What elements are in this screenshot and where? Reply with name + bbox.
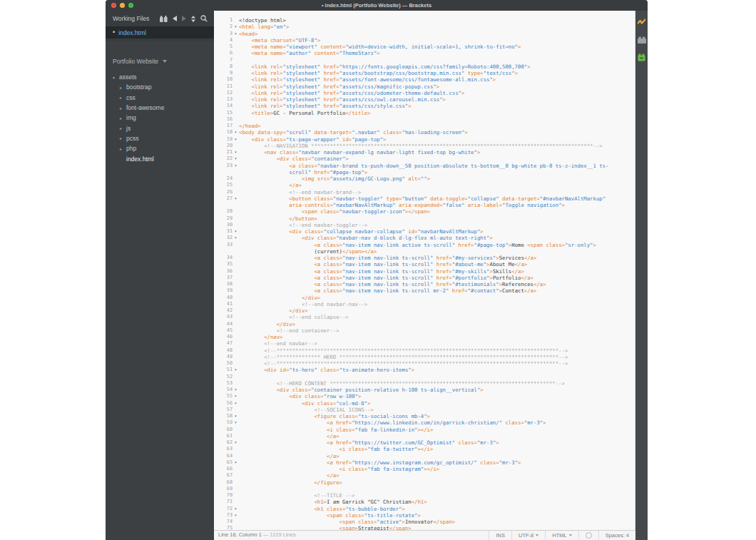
code-line[interactable]: 30 <!--end navbar-toggler--> bbox=[214, 222, 635, 228]
code-line[interactable]: 9 <link rel="stylesheet" href="assets/bo… bbox=[214, 70, 635, 76]
fold-arrow-icon[interactable]: ▾ bbox=[233, 24, 239, 30]
split-view-icon[interactable] bbox=[160, 16, 168, 22]
language-selector[interactable]: HTML bbox=[545, 531, 578, 540]
code-line[interactable]: 47 <!--end navbar--> bbox=[214, 340, 635, 347]
code-line[interactable]: 31▾ <div class="collapse navbar-collapse… bbox=[214, 228, 635, 235]
search-icon[interactable] bbox=[200, 15, 208, 22]
tree-item-js[interactable]: ▸js bbox=[120, 123, 214, 133]
project-dropdown[interactable]: Portfolio Website bbox=[106, 56, 214, 66]
code-editor[interactable]: 1<!doctype html>2▾<html lang="en">3▾<hea… bbox=[214, 11, 635, 531]
tree-item-index.html[interactable]: index.html bbox=[120, 153, 214, 163]
fold-arrow-icon[interactable]: ▾ bbox=[233, 506, 239, 512]
title-bar[interactable]: × − + • index.html (Portfolio Website) —… bbox=[106, 0, 648, 11]
code-line[interactable]: 25 </a> bbox=[214, 182, 635, 188]
indent-setting[interactable]: Spaces: 4 bbox=[598, 531, 635, 540]
code-line[interactable]: 61 </a> bbox=[214, 433, 635, 439]
code-line[interactable]: 41 <!--end navbar-nav--> bbox=[214, 301, 635, 307]
lint-status[interactable] bbox=[578, 531, 598, 540]
code-line[interactable]: 72▾ <h1 class="ts-bubble-border"> bbox=[214, 506, 635, 512]
code-line[interactable]: 53 <!--HERO CONTENT ********************… bbox=[214, 380, 635, 387]
zoom-button[interactable]: + bbox=[128, 3, 133, 8]
fold-arrow-icon[interactable]: ▾ bbox=[233, 439, 239, 446]
tree-item-font-awesome[interactable]: ▸font-awesome bbox=[120, 103, 214, 113]
fold-arrow-icon[interactable]: ▾ bbox=[233, 393, 239, 399]
tree-item-php[interactable]: ▸php bbox=[120, 143, 214, 153]
code-line[interactable]: 11 <link rel="stylesheet" href="assets/c… bbox=[214, 83, 635, 90]
code-line[interactable]: 50 <!--*********************************… bbox=[214, 360, 635, 367]
code-line[interactable]: 19▾ <div class="ts-page-wrapper" id="pag… bbox=[214, 136, 635, 143]
fold-arrow-icon[interactable]: ▾ bbox=[233, 228, 239, 235]
fold-arrow-icon[interactable]: ▾ bbox=[233, 129, 239, 136]
code-line[interactable]: 26 <!--end navbar-brand--> bbox=[214, 189, 635, 195]
fold-arrow-icon[interactable]: ▾ bbox=[233, 419, 239, 426]
code-line[interactable]: 43 <!--end collapse--> bbox=[214, 314, 635, 320]
code-line[interactable]: 18▾<body data-spy="scroll" data-target="… bbox=[214, 129, 635, 136]
tree-item-assets[interactable]: ▾assets bbox=[113, 72, 214, 82]
code-line[interactable]: 42 </div> bbox=[214, 307, 635, 314]
code-line[interactable]: 35 <a class="nav-item nav-link ts-scroll… bbox=[214, 261, 635, 268]
code-line[interactable]: 62▾ <a href="https://twitter.com/GC_Opti… bbox=[214, 439, 635, 446]
code-line[interactable]: 73▾ <span class="ts-title-rotate"> bbox=[214, 512, 635, 519]
tree-disclosure-icon[interactable]: ▸ bbox=[120, 146, 126, 151]
tree-item-css[interactable]: ▸css bbox=[120, 93, 214, 103]
code-line[interactable]: 34 <a class="nav-item nav-link ts-scroll… bbox=[214, 255, 635, 261]
tree-item-pcss[interactable]: ▸pcss bbox=[120, 133, 214, 143]
code-line[interactable]: 60 <i class="fab fa-linkedin-in"></i> bbox=[214, 427, 635, 433]
code-line[interactable]: 5 <meta name="viewport" content="width=d… bbox=[214, 44, 635, 50]
code-line[interactable]: 48 <!--*********************************… bbox=[214, 347, 635, 354]
code-line[interactable]: 4 <meta charset="UTF-8"> bbox=[214, 37, 635, 44]
tree-disclosure-icon[interactable]: ▸ bbox=[120, 95, 126, 100]
code-line[interactable]: 10 <link rel="stylesheet" href="assets/f… bbox=[214, 76, 635, 83]
code-line[interactable]: 51▾ <div id="ts-hero" class="ts-animate-… bbox=[214, 367, 635, 373]
code-line[interactable]: 57 <!--SOCIAL ICONS--> bbox=[214, 407, 635, 413]
code-line[interactable]: 37 <a class="nav-item nav-link ts-scroll… bbox=[214, 275, 635, 281]
code-line[interactable]: 1<!doctype html> bbox=[214, 17, 635, 24]
fold-arrow-icon[interactable]: ▾ bbox=[233, 459, 239, 466]
code-line[interactable]: 14 <link rel="stylesheet" href="assets/c… bbox=[214, 103, 635, 109]
fold-arrow-icon[interactable]: ▾ bbox=[233, 195, 239, 202]
code-line[interactable]: 20 <!--NAVIGATION **********************… bbox=[214, 143, 635, 149]
live-preview-icon[interactable] bbox=[638, 16, 645, 29]
sort-icon[interactable] bbox=[191, 16, 195, 22]
code-line[interactable]: 32▾ <div class="navbar-nav d-block d-lg-… bbox=[214, 235, 635, 241]
code-line[interactable]: 22▾ <div class="container"> bbox=[214, 156, 635, 162]
tree-disclosure-icon[interactable]: ▸ bbox=[120, 116, 126, 121]
code-line[interactable]: 17</head> bbox=[214, 123, 635, 129]
code-line[interactable]: 33 <a class="nav-item nav-link active ts… bbox=[214, 242, 635, 248]
code-line[interactable]: 55▾ <div class="row w-100"> bbox=[214, 393, 635, 399]
code-line[interactable]: 46 </nav> bbox=[214, 334, 635, 340]
code-line[interactable]: 24 <img src="assets/img/GC-Logo.png" alt… bbox=[214, 175, 635, 182]
tree-disclosure-icon[interactable]: ▸ bbox=[120, 126, 126, 131]
code-line[interactable]: 74 <span class="active">Innovator</span> bbox=[214, 519, 635, 525]
code-line[interactable]: 49 <!--************** HERO *************… bbox=[214, 354, 635, 360]
fold-arrow-icon[interactable]: ▾ bbox=[233, 367, 239, 373]
code-line[interactable]: 28 <span class="navbar-toggler-icon"></s… bbox=[214, 208, 635, 215]
tree-disclosure-icon[interactable]: ▸ bbox=[120, 106, 126, 111]
code-line[interactable]: 21▾ <nav class="navbar navbar-expand-lg … bbox=[214, 149, 635, 156]
tree-disclosure-icon[interactable]: ▸ bbox=[120, 136, 126, 141]
code-line[interactable]: (current)</span></a> bbox=[214, 248, 635, 255]
fold-arrow-icon[interactable]: ▾ bbox=[233, 163, 239, 169]
minimize-button[interactable]: − bbox=[120, 3, 125, 8]
fold-arrow-icon[interactable]: ▾ bbox=[233, 31, 239, 37]
code-line[interactable]: 23▾ <a class="navbar-brand ts-push-down_… bbox=[214, 163, 635, 169]
code-line[interactable]: 69 bbox=[214, 486, 635, 492]
code-line[interactable]: 66 <i class="fab fa-instagram"></i> bbox=[214, 466, 635, 472]
code-line[interactable]: 36 <a class="nav-item nav-link ts-scroll… bbox=[214, 268, 635, 275]
code-line[interactable]: 56▾ <div class="col-md-8"> bbox=[214, 400, 635, 407]
code-line[interactable]: aria-controls="navbarNavAltMarkup" aria-… bbox=[214, 202, 635, 208]
extension-green-icon[interactable] bbox=[638, 51, 645, 64]
encoding-selector[interactable]: UTF-8 bbox=[511, 531, 545, 540]
nav-back-icon[interactable] bbox=[173, 16, 177, 21]
tree-item-bootstrap[interactable]: ▸bootstrap bbox=[120, 82, 214, 92]
code-line[interactable]: 45 <!--end container--> bbox=[214, 327, 635, 334]
close-button[interactable]: × bbox=[111, 3, 116, 8]
insert-mode-indicator[interactable]: INS bbox=[489, 531, 511, 540]
fold-arrow-icon[interactable]: ▾ bbox=[233, 413, 239, 419]
tree-disclosure-icon[interactable]: ▾ bbox=[113, 75, 119, 80]
code-line[interactable]: 40 </div> bbox=[214, 295, 635, 301]
code-line[interactable]: scroll" href="#page-top"> bbox=[214, 169, 635, 175]
code-line[interactable]: 63 <i class="fab fa-twitter"></i> bbox=[214, 446, 635, 452]
fold-arrow-icon[interactable]: ▾ bbox=[233, 235, 239, 241]
code-line[interactable]: 12 <link rel="stylesheet" href="assets/c… bbox=[214, 90, 635, 96]
